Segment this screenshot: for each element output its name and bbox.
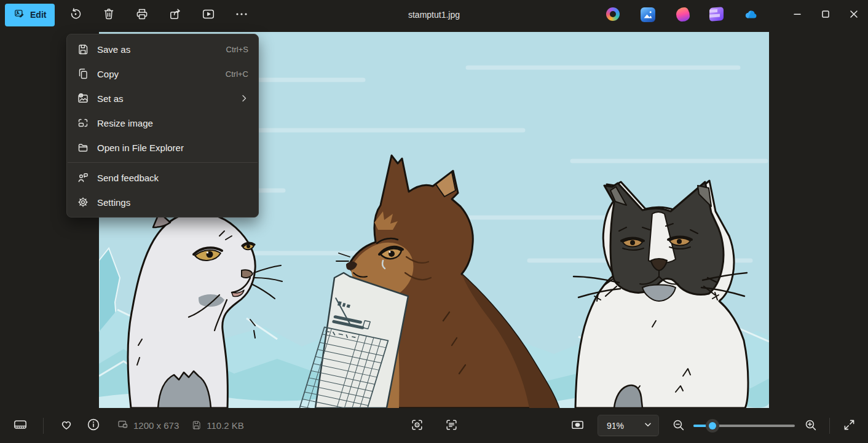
- zoom-in-icon: [803, 418, 818, 434]
- filmstrip-icon: [13, 417, 28, 434]
- menu-item-resize-image[interactable]: Resize image: [67, 111, 258, 135]
- context-menu: Save as Ctrl+S Copy Ctrl+C: [66, 34, 259, 218]
- menu-item-set-as[interactable]: Set as: [67, 86, 258, 111]
- background-blur-button[interactable]: [566, 414, 589, 437]
- close-icon: [848, 8, 860, 22]
- zoom-slider[interactable]: [693, 419, 795, 433]
- feedback-icon: [77, 171, 89, 184]
- statusbar-separator: [829, 418, 830, 434]
- maximize-button[interactable]: [811, 0, 840, 29]
- zoom-level-dropdown[interactable]: 91%: [598, 415, 659, 436]
- menu-item-label: Settings: [97, 197, 130, 208]
- menu-item-label: Set as: [97, 93, 124, 104]
- background-icon: [570, 418, 585, 434]
- menu-item-open-in-file-explorer[interactable]: Open in File Explorer: [67, 135, 258, 160]
- zoom-in-button[interactable]: [799, 414, 822, 437]
- photos-app-window: Edit: [0, 0, 868, 443]
- menu-item-copy[interactable]: Copy Ctrl+C: [67, 61, 258, 86]
- zoom-slider-thumb[interactable]: [706, 419, 719, 433]
- menu-separator: [68, 162, 258, 163]
- delete-button[interactable]: [97, 2, 121, 27]
- text-actions-button[interactable]: [440, 414, 463, 437]
- minimize-button[interactable]: [783, 0, 811, 29]
- set-as-icon: [77, 92, 89, 104]
- share-icon: [168, 7, 183, 23]
- close-button[interactable]: [840, 0, 868, 29]
- menu-item-send-feedback[interactable]: Send feedback: [67, 165, 258, 190]
- zoom-level-value: 91%: [607, 421, 624, 431]
- settings-gear-icon: [77, 196, 89, 208]
- menu-item-save-as[interactable]: Save as Ctrl+S: [67, 37, 258, 61]
- maximize-icon: [819, 8, 832, 22]
- menu-item-label: Open in File Explorer: [97, 143, 184, 153]
- copilot-icon[interactable]: [606, 7, 621, 22]
- ellipsis-icon: [234, 7, 249, 23]
- chevron-down-icon: [644, 420, 652, 431]
- folder-icon: [77, 141, 89, 154]
- copy-icon: [77, 68, 89, 80]
- dimensions-icon: [117, 419, 128, 432]
- file-size: 110.2 KB: [191, 420, 244, 432]
- text-extract-icon: [444, 418, 459, 434]
- menu-item-label: Send feedback: [97, 173, 159, 183]
- suggested-apps: [606, 7, 759, 22]
- statusbar: 1200 x 673 110.2 KB: [0, 408, 868, 443]
- trash-icon: [101, 7, 116, 23]
- menu-item-settings[interactable]: Settings: [67, 190, 258, 214]
- fullscreen-icon: [842, 418, 856, 434]
- printer-icon: [135, 7, 149, 23]
- heart-icon: [59, 417, 74, 434]
- zoom-out-icon: [671, 418, 685, 434]
- titlebar: Edit: [0, 0, 868, 29]
- edit-image-icon: [14, 8, 25, 22]
- edit-button[interactable]: Edit: [5, 4, 55, 26]
- file-size-icon: [191, 420, 202, 432]
- designer-icon[interactable]: [675, 7, 690, 22]
- file-size-value: 110.2 KB: [207, 420, 244, 431]
- menu-item-label: Save as: [97, 44, 130, 55]
- zoom-out-button[interactable]: [666, 414, 690, 437]
- clipchamp-icon[interactable]: [709, 7, 724, 22]
- image-dimensions: 1200 x 673: [117, 419, 179, 432]
- rotate-icon: [68, 7, 83, 23]
- more-options-button[interactable]: [229, 2, 254, 27]
- menu-item-shortcut: Ctrl+S: [226, 45, 248, 54]
- slideshow-icon: [201, 7, 216, 23]
- visual-search-icon: [410, 418, 424, 434]
- save-icon: [77, 43, 89, 55]
- menu-item-label: Copy: [97, 69, 119, 79]
- photos-app-icon[interactable]: [641, 7, 655, 22]
- chevron-right-icon: [240, 94, 248, 103]
- favorite-button[interactable]: [55, 414, 78, 437]
- fullscreen-button[interactable]: [837, 414, 861, 437]
- visual-search-button[interactable]: [405, 414, 428, 437]
- dimensions-value: 1200 x 673: [133, 420, 179, 431]
- menu-item-shortcut: Ctrl+C: [226, 69, 248, 79]
- filmstrip-toggle-button[interactable]: [9, 414, 32, 437]
- menu-item-label: Resize image: [97, 118, 153, 128]
- slideshow-button[interactable]: [196, 2, 221, 27]
- share-button[interactable]: [163, 2, 187, 27]
- statusbar-separator: [43, 418, 44, 434]
- resize-icon: [77, 117, 89, 129]
- file-info-button[interactable]: [82, 414, 105, 437]
- info-icon: [86, 417, 101, 434]
- minimize-icon: [791, 8, 803, 22]
- print-button[interactable]: [130, 2, 154, 27]
- window-title: stamptut1.jpg: [408, 0, 460, 29]
- edit-button-label: Edit: [30, 10, 46, 20]
- rotate-button[interactable]: [63, 2, 88, 27]
- onedrive-icon[interactable]: [744, 7, 759, 22]
